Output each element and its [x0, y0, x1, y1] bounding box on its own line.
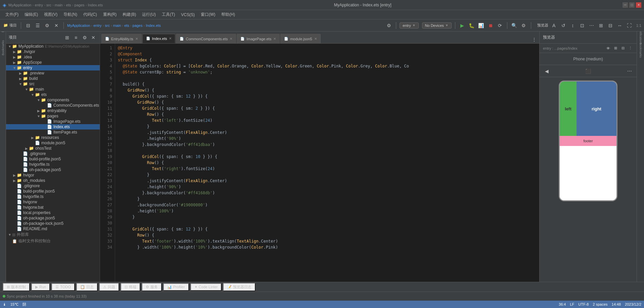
bc-main[interactable]: main: [113, 23, 121, 28]
tree-node-build[interactable]: ▶ 📁 build: [6, 76, 100, 81]
tree-node-hvigor[interactable]: ▶ 📁 .hvigor: [6, 49, 100, 54]
tree-node-ohpackage2[interactable]: 📄 oh-package.json5: [6, 215, 100, 221]
breadcrumb-src[interactable]: src: [46, 3, 51, 7]
tree-close-btn[interactable]: ✕: [90, 34, 97, 41]
preview-eye-btn[interactable]: 👁: [605, 45, 611, 51]
tab-entryability[interactable]: 📄 EntryAbility.ts ✕: [101, 34, 142, 43]
tree-node-hvigorfile2[interactable]: 📄 hvigorfile.ts: [6, 194, 100, 199]
toolbar-settings-icon[interactable]: ⚙: [385, 22, 393, 29]
preview-home-btn[interactable]: ⬛: [585, 67, 592, 75]
code-content[interactable]: @Entry @Component struct Index { @State …: [115, 44, 539, 282]
tree-node-hvigorwbat[interactable]: 📄 hvigorw.bat: [6, 205, 100, 210]
bc-file[interactable]: Index.ets: [146, 23, 161, 28]
breadcrumb-entry[interactable]: entry: [35, 3, 43, 7]
menu-edit[interactable]: 编辑(E): [22, 11, 41, 18]
tree-node-ohpackagelock[interactable]: 📄 oh-package-lock.json5: [6, 221, 100, 226]
preview-zoom-btn[interactable]: ⊟: [607, 22, 614, 29]
tab-close-index[interactable]: ✕: [169, 37, 172, 40]
bc-entry[interactable]: entry: [93, 23, 101, 28]
preview-back-btn[interactable]: ◀: [543, 67, 550, 75]
bottom-tab-run[interactable]: ▶ Run: [31, 283, 50, 291]
right-sidebar-bookmarks[interactable]: Bookmarks: [638, 47, 644, 53]
tab-close-imagepage[interactable]: ✕: [273, 37, 276, 41]
tree-node-gitignore[interactable]: 📄 .gitignore: [6, 151, 100, 156]
tab-close-entryability[interactable]: ✕: [135, 37, 138, 41]
entry-dropdown[interactable]: entry ▼: [400, 22, 418, 29]
tree-node-ets[interactable]: ▼ 📁 ets: [6, 92, 100, 97]
preview-fit-btn[interactable]: ↔: [616, 22, 624, 29]
stop-button[interactable]: ⏹: [487, 22, 494, 29]
tree-node-entryability[interactable]: ▶ 📁 entryability: [6, 108, 100, 113]
preview-refresh-btn[interactable]: ↺: [560, 22, 567, 29]
tree-node-idea[interactable]: ▶ 📁 .idea: [6, 54, 100, 60]
preview-split-btn[interactable]: ⊞: [597, 22, 605, 29]
bc-src[interactable]: src: [105, 23, 110, 28]
bottom-tab-linter[interactable]: ✦ Code Linter: [190, 283, 222, 291]
bottom-tab-terminal[interactable]: ⊡ 终端: [121, 283, 140, 291]
tree-node-buildprofile2[interactable]: 📄 build-profile.json5: [6, 189, 100, 194]
menu-run[interactable]: 运行(U): [139, 11, 158, 18]
tree-expand-btn[interactable]: ⊞: [63, 34, 71, 41]
menu-code[interactable]: 代码(C): [81, 11, 100, 18]
tree-node-preview[interactable]: ▶ 📁 .preview: [6, 70, 100, 76]
breadcrumb-file[interactable]: Index.ets: [88, 3, 103, 7]
search-btn[interactable]: 🔍: [511, 22, 518, 29]
menu-vcs[interactable]: VCS(S): [178, 12, 197, 18]
device-dropdown[interactable]: No Devices ▼: [422, 22, 452, 29]
menu-nav[interactable]: 导航(N): [61, 11, 80, 18]
preview-more-btn[interactable]: ⋯: [588, 22, 595, 29]
close-button[interactable]: ✕: [636, 2, 641, 8]
tree-node-resources[interactable]: ▶ 📁 resources: [6, 135, 100, 140]
maximize-button[interactable]: □: [629, 2, 635, 8]
breadcrumb-ets[interactable]: ets: [66, 3, 71, 7]
bottom-tab-todo[interactable]: ☰ TODO: [51, 283, 75, 291]
tree-node-buildprofile[interactable]: 📄 build-profile.json5: [6, 156, 100, 162]
breadcrumb-app[interactable]: MyApplication: [8, 3, 31, 7]
tree-node-ohostest[interactable]: ▶ 📁 ohosTest: [6, 146, 100, 151]
bc-pages[interactable]: pages: [133, 23, 143, 28]
tree-node-index[interactable]: 📄 Index.ets: [6, 124, 100, 130]
bc-ets[interactable]: ets: [124, 23, 129, 28]
tree-node-root[interactable]: ▼ 📁 MyApplication E:\HarmonyOS\MyApplica…: [6, 44, 100, 49]
preview-ellipsis-btn[interactable]: ⋯: [626, 67, 633, 75]
tree-node-main[interactable]: ▼ 📁 main: [6, 87, 100, 92]
tab-close-commoncomp[interactable]: ✕: [230, 37, 232, 41]
preview-toggle-btn[interactable]: A: [550, 22, 558, 29]
tab-index[interactable]: 📄 Index.ets ✕: [142, 34, 176, 43]
tree-node-imagepage[interactable]: 📄 ImagePage.ets: [6, 119, 100, 124]
toolbar-close-btn[interactable]: ✕: [53, 22, 60, 29]
bottom-tab-vcs[interactable]: ⊞ 版本控制: [3, 283, 30, 291]
debug-button[interactable]: 🐛: [468, 22, 475, 29]
tree-node-local[interactable]: 📄 local.properties: [6, 210, 100, 215]
toolbar-list-btn[interactable]: ☰: [34, 22, 41, 29]
bottom-tab-previewlog[interactable]: 📝 预览器日志: [223, 283, 256, 291]
sync-button[interactable]: ⟳: [496, 22, 504, 29]
settings-btn[interactable]: ⚙: [520, 22, 527, 29]
tree-node-ohpackage[interactable]: 📄 oh-package.json5: [6, 167, 100, 172]
breadcrumb-main[interactable]: main: [55, 3, 63, 7]
tree-node-components[interactable]: ▼ 📁 components: [6, 97, 100, 103]
tree-node-pages[interactable]: ▼ 📁 pages: [6, 113, 100, 119]
profile-button[interactable]: 📊: [477, 22, 485, 29]
tree-node-src[interactable]: ▼ 📁 src: [6, 81, 100, 87]
preview-orient-btn[interactable]: ↕: [569, 22, 577, 29]
menu-help[interactable]: 帮助(H): [219, 11, 238, 18]
tree-node-itempage[interactable]: 📄 ItemPage.ets: [6, 130, 100, 135]
menu-view[interactable]: 视图(V): [41, 11, 60, 18]
sidebar-bookmarks-btn[interactable]: Bookmarks: [1, 38, 5, 57]
tree-node-modulejson[interactable]: 📄 module.json5: [6, 140, 100, 146]
bottom-tab-problems[interactable]: ⚠ 问题: [99, 283, 119, 291]
preview-layout-btn[interactable]: ⊟: [620, 45, 626, 51]
minimize-button[interactable]: ─: [623, 2, 628, 8]
menu-tools[interactable]: 工具(T): [159, 11, 178, 18]
tree-node-appscope[interactable]: ▶ 📁 AppScope: [6, 60, 100, 65]
menu-window[interactable]: 窗口(W): [198, 11, 218, 18]
menu-refactor[interactable]: 重构(R): [100, 11, 120, 18]
tree-collapse-btn[interactable]: ≡: [72, 34, 80, 41]
tree-node-hvigor-root[interactable]: ▶ 📁 hvigor: [6, 172, 100, 178]
sidebar-structure-btn[interactable]: 结构: [0, 33, 6, 37]
tab-imagepage[interactable]: 📄 ImagePage.ets ✕: [237, 34, 280, 43]
tree-node-commoncomp[interactable]: 📄 CommonComponents.ets: [6, 103, 100, 108]
tree-section-external[interactable]: ▼ ⊞ 外部库: [6, 232, 100, 238]
toolbar-layout-btn[interactable]: ⊟: [25, 22, 32, 29]
